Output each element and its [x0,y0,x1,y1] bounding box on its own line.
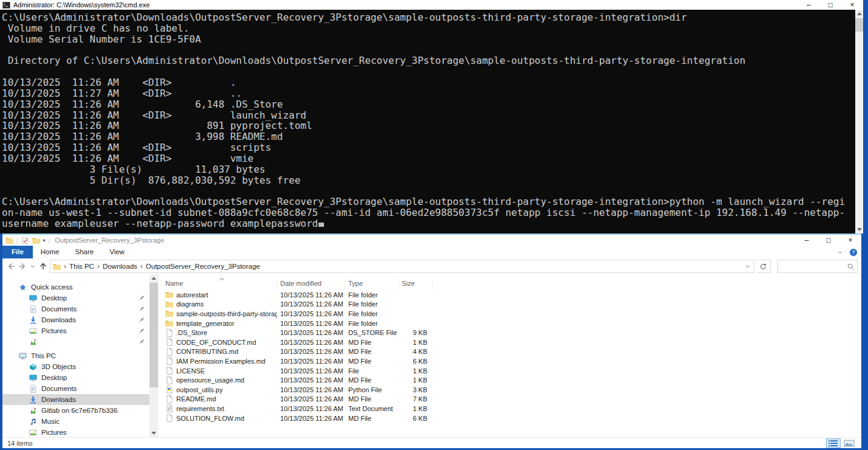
file-row-solution-flow-md[interactable]: SOLUTION_FLOW.md10/13/2025 11:26 AMMD Fi… [158,414,861,423]
sidebar-item-item[interactable] [2,336,150,347]
sidebar-section-label: This PC [31,352,56,359]
recent-locations-chevron-icon[interactable] [29,263,36,270]
sidebar-item-music[interactable]: Music [2,416,150,427]
cmd-window: Administrator: C:\Windows\system32\cmd.e… [0,0,863,234]
sidebar-item-3d-objects[interactable]: 3D Objects [2,361,150,372]
ribbon-tab-home[interactable]: Home [33,246,67,258]
sidebar-item-desktop[interactable]: Desktop [2,292,150,303]
address-box[interactable]: ›This PC›Downloads›OutpostServer_Recover… [50,260,754,273]
file-row-opensource-usage-md[interactable]: opensource_usage.md10/13/2025 11:26 AMMD… [158,375,861,385]
back-button[interactable] [6,261,16,271]
scrollbar-thumb[interactable] [855,18,863,32]
cmd-minimize-button[interactable]: – [797,0,819,10]
file-name: opensource_usage.md [176,376,244,384]
address-dropdown-chevron-icon[interactable] [744,263,751,270]
explorer-maximize-button[interactable]: □ [818,235,839,246]
file-type-cell: File folder [345,310,399,317]
pictures-icon [29,429,37,437]
file-name-cell: opensource_usage.md [158,376,277,384]
sidebar-item-label: Downloads [41,316,76,324]
file-size-cell: 3 KB [399,386,433,393]
cmd-close-button[interactable]: × [841,0,863,10]
ribbon-tab-view[interactable]: View [102,246,133,258]
file-row-diagrams[interactable]: diagrams10/13/2025 11:26 AMFile folder [158,300,861,310]
file-row-template-generator[interactable]: template_generator10/13/2025 11:26 AMFil… [158,319,861,328]
pin-icon [138,327,145,334]
expand-ribbon-chevron-icon[interactable] [836,249,844,256]
document-icon [29,305,37,313]
sort-ascending-icon [218,275,226,283]
explorer-close-button[interactable]: × [839,235,861,246]
sidebar-item-gitlab-on-6c7e67b7b336[interactable]: Gitlab on 6c7e67b7b336 [2,405,150,416]
items-count: 14 items [7,440,33,447]
sidebar-item-downloads[interactable]: Downloads [2,394,150,405]
qat-customize-chevron-icon[interactable]: ▾ [43,238,46,243]
sidebar-item-downloads[interactable]: Downloads [2,314,150,325]
search-input[interactable] [780,263,847,270]
breadcrumb-segment-downloads[interactable]: Downloads [101,263,139,270]
search-box[interactable] [777,260,858,273]
up-button[interactable] [38,261,48,271]
file-name: CONTRIBUTING.md [176,348,238,355]
breadcrumb-segment-this-pc[interactable]: This PC [67,263,96,270]
nav-pane-scrollbar[interactable] [150,274,158,437]
file-row-ds-store[interactable]: .DS_Store10/13/2025 11:26 AMDS_STORE Fil… [158,328,861,338]
sidebar-item-documents[interactable]: Documents [2,383,150,394]
cmd-maximize-button[interactable]: □ [819,0,841,10]
qat-new-folder-icon[interactable] [32,237,40,244]
scroll-up-button[interactable] [150,274,158,282]
qat-properties-icon[interactable] [21,237,29,244]
explorer-titlebar[interactable]: | ▾ | OutpostServer_Recovery_3Pstorage –… [2,235,861,246]
sidebar-item-pictures[interactable]: Pictures [2,325,150,336]
scrollbar-thumb[interactable] [150,283,158,387]
file-type-cell: Python File [345,386,399,393]
column-header-size[interactable]: Size [399,278,433,290]
scroll-up-button[interactable] [855,10,863,18]
forward-button[interactable] [18,261,27,271]
file-row-license[interactable]: LICENSE10/13/2025 11:26 AMFile1 KB [158,366,861,376]
scroll-down-button[interactable] [150,429,158,437]
pin-icon [138,316,145,324]
thumbnails-view-button[interactable] [842,438,856,448]
file-size-cell: 1 KB [399,376,433,384]
column-header-type[interactable]: Type [345,278,399,290]
file-row-contributing-md[interactable]: CONTRIBUTING.md10/13/2025 11:26 AMMD Fil… [158,347,861,357]
scroll-down-button[interactable] [855,226,863,234]
help-icon[interactable]: ? [849,248,858,257]
file-type-cell: File folder [345,291,399,299]
file-icon [165,376,173,384]
sidebar-item-pictures[interactable]: Pictures [2,427,150,437]
file-row-autorestart[interactable]: autorestart10/13/2025 11:26 AMFile folde… [158,290,861,300]
address-folder-icon [53,263,61,271]
file-size-cell: 1 KB [399,367,433,375]
file-row-requirements-txt[interactable]: requirements.txt10/13/2025 11:26 AMText … [158,404,861,414]
refresh-button[interactable] [756,260,771,273]
details-view-button[interactable] [826,438,841,448]
file-row-iam-permission-examples-md[interactable]: IAM Permission Examples.md10/13/2025 11:… [158,356,861,366]
breadcrumb-segment-outpostserver-recovery-3pstorage[interactable]: OutpostServer_Recovery_3Pstorage [144,263,262,270]
sidebar-item-label: Gitlab on 6c7e67b7b336 [41,407,117,414]
document-icon [29,385,37,393]
sidebar-item-label: Documents [41,305,77,313]
sidebar-item-desktop[interactable]: Desktop [2,372,150,383]
sidebar-item-documents[interactable]: Documents [2,303,150,314]
music-icon [29,418,37,426]
sidebar-item-label: Pictures [41,429,67,436]
column-header-date-modified[interactable]: Date modified [277,278,345,290]
file-size-cell: 1 KB [399,339,433,346]
explorer-minimize-button[interactable]: – [796,235,818,246]
file-rows: autorestart10/13/2025 11:26 AMFile folde… [158,290,861,423]
breadcrumb: ›This PC›Downloads›OutpostServer_Recover… [63,262,262,271]
file-row-readme-md[interactable]: README.md10/13/2025 11:26 AMMD File7 KB [158,395,861,404]
cmd-scrollbar[interactable] [855,10,863,234]
file-row-outpost-utils-py[interactable]: outpost_utils.py10/13/2025 11:26 AMPytho… [158,385,861,395]
file-row-sample-outposts-third-party-storage-int[interactable]: sample-outposts-third-party-storage-int.… [158,309,861,319]
cmd-titlebar[interactable]: Administrator: C:\Windows\system32\cmd.e… [0,0,863,10]
ribbon-tab-file[interactable]: File [2,246,33,258]
ribbon-tab-share[interactable]: Share [67,246,102,258]
sidebar-section-this-pc[interactable]: This PC [2,350,150,361]
file-row-code-of-conduct-md[interactable]: CODE_OF_CONDUCT.md10/13/2025 11:26 AMMD … [158,338,861,347]
file-date-cell: 10/13/2025 11:26 AM [277,367,345,375]
sidebar-section-quick-access[interactable]: Quick access [2,282,150,292]
file-icon [165,414,173,422]
